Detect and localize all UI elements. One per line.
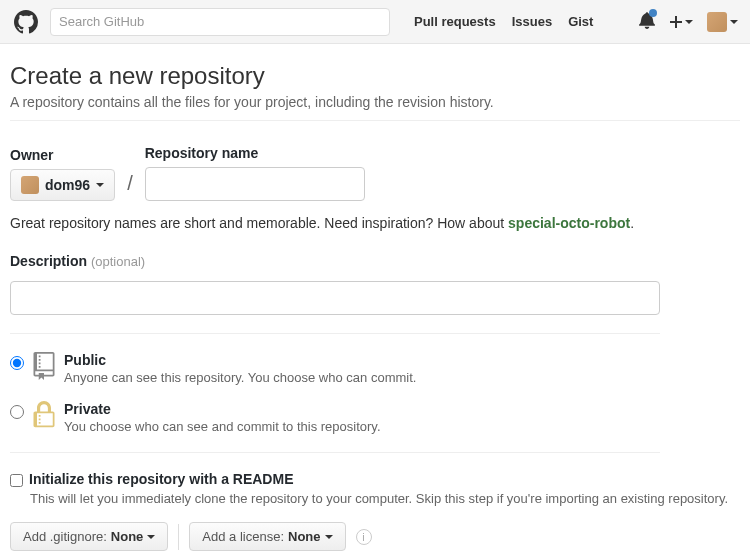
readme-checkbox[interactable] <box>10 474 23 487</box>
github-logo[interactable] <box>12 8 40 36</box>
private-text: Private You choose who can see and commi… <box>64 401 381 434</box>
main-content: Create a new repository A repository con… <box>0 44 750 558</box>
description-label: Description (optional) <box>10 253 740 269</box>
gitignore-select[interactable]: Add .gitignore: None <box>10 522 168 551</box>
description-field: Description (optional) <box>10 253 740 315</box>
notification-dot-icon <box>649 9 657 17</box>
caret-down-icon <box>730 20 738 24</box>
caret-down-icon <box>325 535 333 539</box>
optional-text: (optional) <box>91 254 145 269</box>
gitignore-value: None <box>111 529 144 544</box>
license-value: None <box>288 529 321 544</box>
owner-select[interactable]: dom96 <box>10 169 115 201</box>
visibility-public-row: Public Anyone can see this repository. Y… <box>10 352 740 385</box>
nav-pull-requests[interactable]: Pull requests <box>414 14 496 29</box>
owner-field: Owner dom96 <box>10 147 115 201</box>
vertical-divider <box>178 524 179 550</box>
readme-row: Initialize this repository with a README <box>10 471 740 487</box>
caret-down-icon <box>685 20 693 24</box>
public-text: Public Anyone can see this repository. Y… <box>64 352 416 385</box>
license-prefix: Add a license: <box>202 529 284 544</box>
private-label: Private <box>64 401 111 417</box>
owner-avatar <box>21 176 39 194</box>
top-nav: Pull requests Issues Gist <box>414 14 593 29</box>
repo-name-input[interactable] <box>145 167 365 201</box>
divider <box>10 452 660 453</box>
repo-name-label: Repository name <box>145 145 365 161</box>
visibility-private-row: Private You choose who can see and commi… <box>10 401 740 434</box>
license-help-icon[interactable]: i <box>356 529 372 545</box>
readme-description: This will let you immediately clone the … <box>30 491 740 506</box>
divider <box>10 333 660 334</box>
user-avatar <box>707 12 727 32</box>
nav-gist[interactable]: Gist <box>568 14 593 29</box>
license-select[interactable]: Add a license: None <box>189 522 345 551</box>
slash-separator: / <box>125 172 135 201</box>
repo-icon <box>32 352 56 380</box>
options-row: Add .gitignore: None Add a license: None… <box>10 522 740 551</box>
page-subtitle: A repository contains all the files for … <box>10 94 740 110</box>
create-new-dropdown[interactable] <box>669 14 693 30</box>
private-radio[interactable] <box>10 405 24 419</box>
topbar-right <box>639 11 738 32</box>
readme-label: Initialize this repository with a README <box>29 471 293 487</box>
notifications-button[interactable] <box>639 11 655 32</box>
public-radio[interactable] <box>10 356 24 370</box>
name-suggestion-link[interactable]: special-octo-robot <box>508 215 630 231</box>
name-hint: Great repository names are short and mem… <box>10 215 740 231</box>
readme-text: Initialize this repository with a README <box>29 471 293 487</box>
private-description: You choose who can see and commit to thi… <box>64 419 381 434</box>
page-title: Create a new repository <box>10 62 740 90</box>
owner-repo-row: Owner dom96 / Repository name <box>10 145 740 201</box>
public-description: Anyone can see this repository. You choo… <box>64 370 416 385</box>
owner-label: Owner <box>10 147 115 163</box>
user-menu-dropdown[interactable] <box>707 12 738 32</box>
nav-issues[interactable]: Issues <box>512 14 552 29</box>
search-input[interactable] <box>50 8 390 36</box>
topbar: Pull requests Issues Gist <box>0 0 750 44</box>
description-label-text: Description <box>10 253 87 269</box>
caret-down-icon <box>96 183 104 187</box>
description-input[interactable] <box>10 281 660 315</box>
hint-prefix: Great repository names are short and mem… <box>10 215 508 231</box>
caret-down-icon <box>147 535 155 539</box>
hint-suffix: . <box>630 215 634 231</box>
lock-icon <box>32 401 56 429</box>
repo-name-field: Repository name <box>145 145 365 201</box>
divider <box>10 120 740 121</box>
owner-name: dom96 <box>45 177 90 193</box>
gitignore-prefix: Add .gitignore: <box>23 529 107 544</box>
public-label: Public <box>64 352 106 368</box>
